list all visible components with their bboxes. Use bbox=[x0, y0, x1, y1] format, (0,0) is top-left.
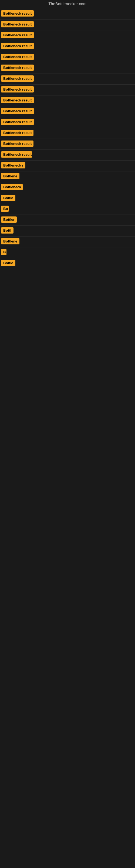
list-item: Bottleneck result bbox=[0, 20, 135, 30]
bottleneck-result-badge[interactable]: Bottle bbox=[1, 195, 15, 201]
bottleneck-result-badge[interactable]: Bottleneck result bbox=[1, 10, 34, 17]
list-item: Bottlene bbox=[0, 237, 135, 247]
bottleneck-result-badge[interactable]: Bottler bbox=[1, 216, 17, 223]
list-item: Bottleneck r bbox=[0, 161, 135, 172]
list-item: Bottle bbox=[0, 193, 135, 204]
bottleneck-result-badge[interactable]: Bottleneck r bbox=[1, 162, 26, 168]
bottleneck-result-badge[interactable]: Bottleneck result bbox=[1, 32, 34, 38]
list-item: Bottler bbox=[0, 215, 135, 226]
list-item: Bottleneck result bbox=[0, 41, 135, 52]
list-item: Bottleneck result bbox=[0, 9, 135, 20]
list-item: Bottleneck bbox=[0, 182, 135, 193]
list-item: Bottleneck result bbox=[0, 95, 135, 106]
list-item: Bottleneck result bbox=[0, 52, 135, 63]
list-item: Bottleneck result bbox=[0, 30, 135, 41]
bottleneck-result-badge[interactable]: Bottleneck bbox=[1, 184, 23, 190]
bottleneck-result-badge[interactable]: Bottleneck result bbox=[1, 43, 34, 49]
bottleneck-result-badge[interactable]: Bottleneck result bbox=[1, 86, 34, 93]
bottleneck-result-badge[interactable]: Bottleneck result bbox=[1, 108, 34, 114]
bottleneck-result-badge[interactable]: Bottlene bbox=[1, 173, 19, 179]
list-item: B bbox=[0, 247, 135, 258]
bottleneck-result-badge[interactable]: Bo bbox=[1, 206, 9, 212]
list-item: Bottleneck result bbox=[0, 150, 135, 161]
list-item: Bottleneck result bbox=[0, 106, 135, 117]
bottleneck-result-badge[interactable]: Bottleneck result bbox=[1, 54, 34, 60]
bottleneck-result-badge[interactable]: Bottleneck result bbox=[1, 75, 34, 82]
bottleneck-result-badge[interactable]: Bottleneck result bbox=[1, 97, 34, 103]
list-item: Bottleneck result bbox=[0, 85, 135, 95]
bottleneck-result-badge[interactable]: Bottleneck result bbox=[1, 21, 34, 27]
list-item: Bottl bbox=[0, 226, 135, 237]
bottleneck-result-badge[interactable]: Bottlene bbox=[1, 238, 19, 244]
bottleneck-result-badge[interactable]: Bottleneck result bbox=[1, 151, 32, 158]
list-item: Bottle bbox=[0, 258, 135, 269]
bottleneck-result-badge[interactable]: Bottle bbox=[1, 260, 15, 266]
bottleneck-result-badge[interactable]: Bottleneck result bbox=[1, 119, 34, 125]
bottleneck-result-badge[interactable]: B bbox=[1, 249, 6, 255]
list-item: Bottleneck result bbox=[0, 117, 135, 128]
list-item: Bottleneck result bbox=[0, 128, 135, 139]
bottleneck-result-badge[interactable]: Bottl bbox=[1, 227, 13, 234]
bottleneck-result-badge[interactable]: Bottleneck result bbox=[1, 65, 34, 71]
list-item: Bottlene bbox=[0, 172, 135, 182]
bottleneck-result-badge[interactable]: Bottleneck result bbox=[1, 141, 34, 147]
site-title: TheBottlenecker.com bbox=[0, 0, 135, 9]
list-item: Bottleneck result bbox=[0, 63, 135, 74]
list-item: Bo bbox=[0, 204, 135, 215]
list-item: Bottleneck result bbox=[0, 74, 135, 85]
list-item: Bottleneck result bbox=[0, 139, 135, 150]
bottleneck-result-badge[interactable]: Bottleneck result bbox=[1, 130, 34, 136]
